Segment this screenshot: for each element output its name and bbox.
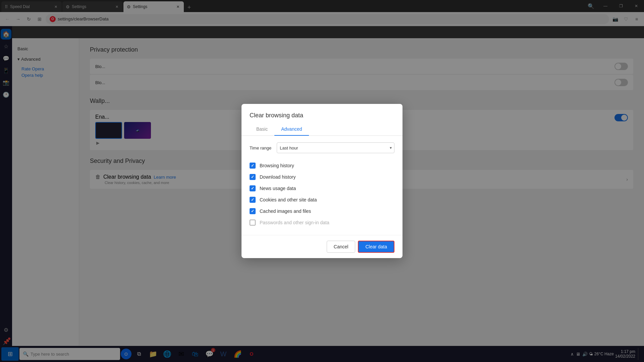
time-range-select[interactable]: Last hour Last 24 hours Last 7 days Last… — [277, 142, 394, 153]
checkbox-label-cookies: Cookies and other site data — [260, 197, 317, 202]
checkbox-news-usage[interactable] — [250, 185, 256, 191]
checkbox-row-cached-images[interactable]: Cached images and files — [250, 205, 394, 217]
checkbox-label-cached-images: Cached images and files — [260, 208, 311, 214]
checkbox-row-browsing-history[interactable]: Browsing history — [250, 160, 394, 171]
checkbox-download-history[interactable] — [250, 174, 256, 180]
dialog-tab-basic[interactable]: Basic — [250, 123, 274, 136]
clear-browsing-dialog: Clear browsing data Basic Advanced Time … — [241, 104, 402, 258]
checkbox-row-download-history[interactable]: Download history — [250, 171, 394, 183]
checkbox-label-news-usage: News usage data — [260, 186, 296, 191]
checkbox-cookies[interactable] — [250, 197, 256, 203]
checkbox-label-passwords: Passwords and other sign-in data — [260, 220, 329, 225]
dialog-body: Time range Last hour Last 24 hours Last … — [241, 136, 402, 235]
checkbox-row-passwords[interactable]: Passwords and other sign-in data — [250, 217, 394, 228]
time-range-row: Time range Last hour Last 24 hours Last … — [250, 142, 394, 153]
dialog-footer: Cancel Clear data — [241, 235, 402, 258]
dialog-title: Clear browsing data — [241, 104, 402, 123]
checkbox-row-news-usage[interactable]: News usage data — [250, 183, 394, 194]
main-area: 🏠 ☆ 💬 📱 📸 🕐 ⚙ 📌 ··· Basic — [0, 26, 644, 362]
modal-overlay: Clear browsing data Basic Advanced Time … — [0, 26, 644, 362]
time-range-select-wrapper: Last hour Last 24 hours Last 7 days Last… — [277, 142, 394, 153]
dialog-tabs: Basic Advanced — [241, 123, 402, 136]
clear-data-button[interactable]: Clear data — [358, 241, 394, 253]
checkbox-passwords[interactable] — [250, 220, 256, 226]
checkbox-row-cookies[interactable]: Cookies and other site data — [250, 194, 394, 205]
checkbox-label-browsing-history: Browsing history — [260, 163, 294, 168]
time-range-label: Time range — [250, 145, 271, 150]
dialog-tab-advanced[interactable]: Advanced — [274, 123, 309, 136]
cancel-button[interactable]: Cancel — [327, 241, 356, 253]
checkbox-label-download-history: Download history — [260, 174, 296, 180]
browser-window: ⠿ Speed Dial ✕ ⚙ Settings ✕ ⚙ Settings ✕… — [0, 0, 644, 362]
checkbox-cached-images[interactable] — [250, 208, 256, 214]
checkbox-browsing-history[interactable] — [250, 163, 256, 169]
